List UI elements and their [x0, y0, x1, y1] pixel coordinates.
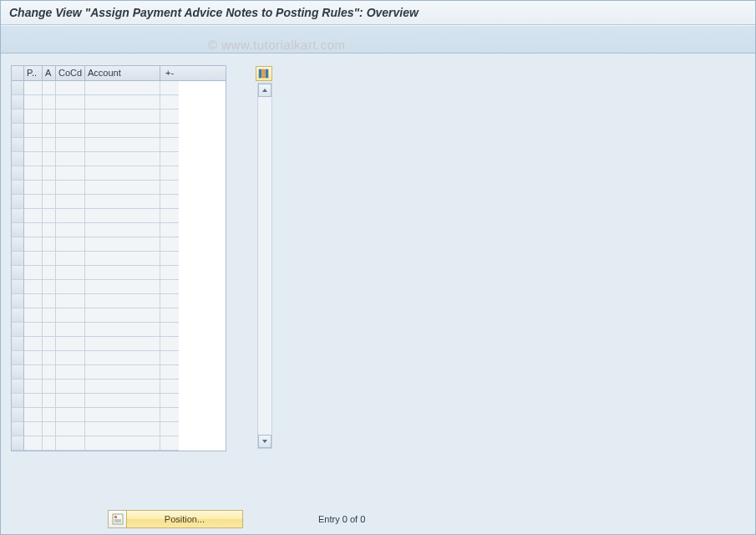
cell-a[interactable] [43, 436, 56, 451]
cell-p[interactable] [24, 152, 43, 166]
cell-cocd[interactable] [56, 195, 85, 209]
cell-cocd[interactable] [56, 323, 85, 337]
cell-cocd[interactable] [56, 436, 85, 451]
cell-cocd[interactable] [56, 337, 85, 351]
col-header-a[interactable]: A [43, 66, 56, 80]
cell-a[interactable] [43, 308, 56, 323]
cell-cocd[interactable] [56, 351, 85, 365]
cell-account[interactable] [85, 152, 160, 166]
table-row[interactable] [12, 124, 226, 138]
cell-plusminus[interactable] [160, 138, 179, 152]
cell-account[interactable] [85, 394, 160, 408]
scroll-down-button[interactable] [258, 435, 271, 448]
cell-p[interactable] [24, 337, 43, 351]
cell-p[interactable] [24, 351, 43, 365]
table-row[interactable] [12, 294, 226, 308]
cell-cocd[interactable] [56, 209, 85, 223]
row-selector[interactable] [12, 209, 24, 223]
cell-a[interactable] [43, 422, 56, 436]
row-selector[interactable] [12, 223, 24, 237]
position-button[interactable]: Position... [126, 510, 243, 528]
cell-account[interactable] [85, 351, 160, 365]
cell-account[interactable] [85, 365, 160, 380]
cell-account[interactable] [85, 95, 160, 110]
cell-plusminus[interactable] [160, 308, 179, 323]
cell-plusminus[interactable] [160, 408, 179, 422]
row-selector[interactable] [12, 266, 24, 280]
cell-account[interactable] [85, 280, 160, 294]
cell-account[interactable] [85, 380, 160, 394]
cell-p[interactable] [24, 422, 43, 436]
table-row[interactable] [12, 223, 226, 237]
col-header-p[interactable]: P.. [24, 66, 43, 80]
cell-a[interactable] [43, 166, 56, 181]
row-selector[interactable] [12, 323, 24, 337]
row-selector[interactable] [12, 394, 24, 408]
cell-a[interactable] [43, 365, 56, 380]
cell-a[interactable] [43, 223, 56, 237]
table-row[interactable] [12, 365, 226, 380]
cell-cocd[interactable] [56, 166, 85, 181]
cell-a[interactable] [43, 181, 56, 195]
cell-p[interactable] [24, 237, 43, 252]
row-selector[interactable] [12, 81, 24, 95]
cell-a[interactable] [43, 323, 56, 337]
cell-account[interactable] [85, 337, 160, 351]
cell-a[interactable] [43, 394, 56, 408]
cell-account[interactable] [85, 166, 160, 181]
cell-plusminus[interactable] [160, 166, 179, 181]
cell-p[interactable] [24, 365, 43, 380]
cell-plusminus[interactable] [160, 380, 179, 394]
row-selector[interactable] [12, 294, 24, 308]
cell-a[interactable] [43, 237, 56, 252]
table-row[interactable] [12, 237, 226, 252]
cell-cocd[interactable] [56, 81, 85, 95]
cell-cocd[interactable] [56, 294, 85, 308]
cell-plusminus[interactable] [160, 294, 179, 308]
cell-account[interactable] [85, 436, 160, 451]
cell-account[interactable] [85, 323, 160, 337]
row-selector[interactable] [12, 110, 24, 124]
cell-account[interactable] [85, 237, 160, 252]
cell-a[interactable] [43, 380, 56, 394]
cell-p[interactable] [24, 195, 43, 209]
table-row[interactable] [12, 323, 226, 337]
row-selector[interactable] [12, 195, 24, 209]
cell-cocd[interactable] [56, 380, 85, 394]
cell-plusminus[interactable] [160, 209, 179, 223]
cell-cocd[interactable] [56, 95, 85, 110]
cell-p[interactable] [24, 110, 43, 124]
cell-p[interactable] [24, 181, 43, 195]
cell-account[interactable] [85, 110, 160, 124]
table-row[interactable] [12, 394, 226, 408]
row-selector[interactable] [12, 152, 24, 166]
row-selector[interactable] [12, 166, 24, 181]
cell-plusminus[interactable] [160, 351, 179, 365]
row-selector[interactable] [12, 95, 24, 110]
cell-cocd[interactable] [56, 422, 85, 436]
table-row[interactable] [12, 380, 226, 394]
cell-a[interactable] [43, 408, 56, 422]
row-selector[interactable] [12, 408, 24, 422]
cell-a[interactable] [43, 195, 56, 209]
cell-cocd[interactable] [56, 365, 85, 380]
cell-plusminus[interactable] [160, 394, 179, 408]
row-selector[interactable] [12, 351, 24, 365]
cell-p[interactable] [24, 252, 43, 266]
cell-cocd[interactable] [56, 152, 85, 166]
col-header-plusminus[interactable]: +- [160, 66, 179, 80]
cell-p[interactable] [24, 95, 43, 110]
cell-a[interactable] [43, 81, 56, 95]
cell-a[interactable] [43, 266, 56, 280]
cell-account[interactable] [85, 422, 160, 436]
cell-a[interactable] [43, 294, 56, 308]
cell-plusminus[interactable] [160, 181, 179, 195]
cell-account[interactable] [85, 252, 160, 266]
cell-account[interactable] [85, 223, 160, 237]
cell-p[interactable] [24, 166, 43, 181]
cell-account[interactable] [85, 81, 160, 95]
table-row[interactable] [12, 81, 226, 95]
cell-a[interactable] [43, 124, 56, 138]
cell-plusminus[interactable] [160, 252, 179, 266]
row-selector[interactable] [12, 308, 24, 323]
